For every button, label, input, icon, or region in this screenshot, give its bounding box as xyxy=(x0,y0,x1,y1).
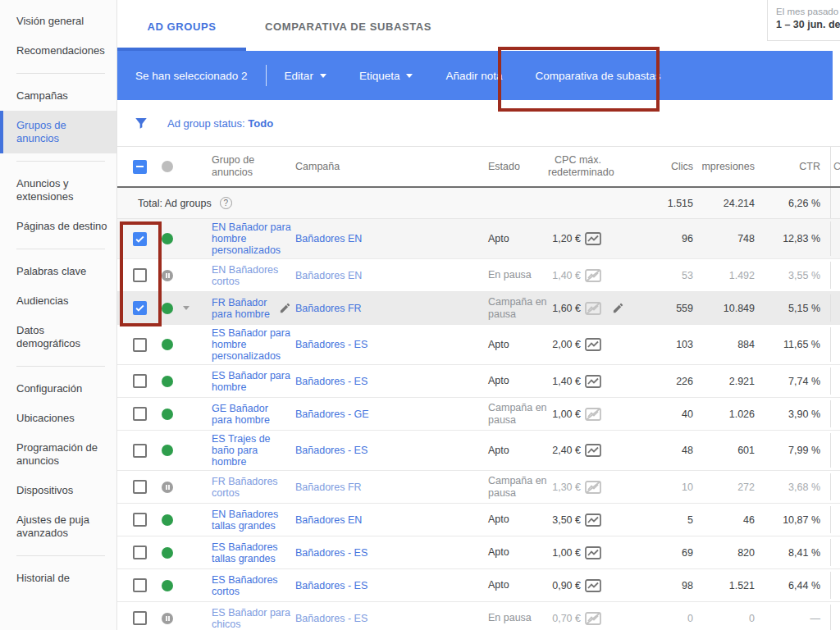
ad-group-link[interactable]: EN Bañadores tallas grandes xyxy=(212,509,291,532)
sidebar-item-configuraci-n[interactable]: Configuración xyxy=(0,374,116,404)
bid-simulator-disabled-icon[interactable] xyxy=(585,269,601,282)
sidebar-item-historial-de[interactable]: Historial de xyxy=(0,564,116,593)
column-header-grupo-de-anuncios[interactable]: Grupo de anuncios xyxy=(203,154,291,179)
sidebar-item-programaci-n-de-anuncios[interactable]: Programación de anuncios xyxy=(0,433,116,476)
edit-pencil-icon[interactable] xyxy=(279,302,291,314)
ad-group-status-filter[interactable]: Ad group status: Todo xyxy=(167,117,273,130)
column-header-estado[interactable]: Estado xyxy=(486,161,548,173)
ad-group-link[interactable]: ES Bañador para chicos xyxy=(212,607,291,630)
sidebar-divider xyxy=(16,249,105,249)
ad-group-link[interactable]: EN Bañador para hombre personalizados xyxy=(212,221,291,256)
bid-simulator-icon[interactable] xyxy=(585,514,601,527)
campaign-link[interactable]: Bañadores - ES xyxy=(291,613,486,624)
row-checkbox[interactable] xyxy=(133,611,147,625)
sidebar-item-p-ginas-de-destino[interactable]: Páginas de destino xyxy=(0,212,116,241)
ctr-value: 6,44 % xyxy=(755,580,830,591)
row-checkbox[interactable] xyxy=(133,232,147,246)
sidebar-divider xyxy=(16,555,105,556)
campaign-link[interactable]: Bañadores - ES xyxy=(291,445,486,456)
column-header-cpc-max[interactable]: CPC máx. redeterminado xyxy=(548,154,630,179)
sidebar-item-palabras-clave[interactable]: Palabras clave xyxy=(0,257,116,286)
filter-value: Todo xyxy=(248,117,273,130)
status-column-icon xyxy=(162,161,173,172)
campaign-link[interactable]: Bañadores - ES xyxy=(291,339,486,350)
impresiones-value: 2.921 xyxy=(693,376,755,387)
campaign-link[interactable]: Bañadores - ES xyxy=(291,547,486,559)
row-checkbox[interactable] xyxy=(133,374,147,388)
filter-funnel-icon[interactable] xyxy=(134,116,148,130)
sidebar-item-ajustes-de-puja-avanzados[interactable]: Ajustes de puja avanzados xyxy=(0,505,116,548)
tab-ad-groups[interactable]: AD GROUPS xyxy=(117,21,246,51)
ad-group-link[interactable]: ES Bañadores tallas grandes xyxy=(212,541,291,564)
ctr-value: 7,74 % xyxy=(755,376,830,387)
cpc-value: 1,00 € xyxy=(552,547,581,559)
google-ads-app: Visión generalRecomendacionesCampañasGru… xyxy=(0,0,840,630)
action-editar[interactable]: Editar xyxy=(285,70,326,82)
ad-group-link[interactable]: ES Bañadores cortos xyxy=(212,574,291,597)
action-comparativa-de-subastas[interactable]: Comparativa de subastas xyxy=(536,70,661,82)
sidebar-item-visi-n-general[interactable]: Visión general xyxy=(0,7,116,36)
campaign-link[interactable]: Bañadores - ES xyxy=(291,376,486,387)
bid-simulator-icon[interactable] xyxy=(585,546,601,559)
action-etiqueta[interactable]: Etiqueta xyxy=(359,70,413,82)
row-checkbox[interactable] xyxy=(133,301,147,315)
ad-group-link[interactable]: EN Bañadores cortos xyxy=(212,264,291,287)
impresiones-value: 46 xyxy=(693,514,755,526)
row-checkbox[interactable] xyxy=(133,578,147,592)
status-enabled-icon xyxy=(162,445,173,456)
bid-simulator-icon[interactable] xyxy=(585,338,601,351)
clics-value: 559 xyxy=(630,303,693,314)
bid-simulator-icon[interactable] xyxy=(585,444,601,457)
bid-simulator-icon[interactable] xyxy=(585,375,601,388)
sidebar-item-campa-as[interactable]: Campañas xyxy=(0,81,116,111)
ad-group-link[interactable]: ES Trajes de baño para hombre xyxy=(212,433,291,468)
date-range-selector[interactable]: El mes pasado 1 – 30 jun. de 2 xyxy=(767,0,840,41)
row-checkbox[interactable] xyxy=(133,513,147,527)
column-header-ctr[interactable]: CTR xyxy=(755,161,830,173)
column-header-campana[interactable]: Campaña xyxy=(291,161,486,173)
ad-group-link[interactable]: GE Bañador para hombre xyxy=(212,403,291,426)
campaign-link[interactable]: Bañadores EN xyxy=(291,514,486,526)
bid-simulator-disabled-icon[interactable] xyxy=(585,408,601,421)
chevron-down-icon xyxy=(406,74,413,78)
sidebar-item-grupos-de-anuncios[interactable]: Grupos de anuncios xyxy=(0,111,116,153)
sidebar-item-datos-demogr-ficos[interactable]: Datos demográficos xyxy=(0,316,116,358)
help-icon[interactable]: ? xyxy=(220,197,232,209)
chevron-down-icon[interactable] xyxy=(183,306,189,310)
bid-simulator-disabled-icon[interactable] xyxy=(585,481,601,494)
sidebar-item-audiencias[interactable]: Audiencias xyxy=(0,286,116,316)
bid-simulator-disabled-icon[interactable] xyxy=(585,612,601,625)
sidebar-item-recomendaciones[interactable]: Recomendaciones xyxy=(0,36,116,66)
ad-group-link[interactable]: FR Bañador para hombre xyxy=(212,297,274,320)
row-checkbox[interactable] xyxy=(133,338,147,352)
ad-group-link[interactable]: ES Bañador para hombre personalizados xyxy=(212,327,291,362)
sidebar-item-dispositivos[interactable]: Dispositivos xyxy=(0,476,116,505)
select-all-checkbox[interactable] xyxy=(133,160,147,174)
campaign-link[interactable]: Bañadores - GE xyxy=(291,409,486,420)
sidebar-item-anuncios-y-extensiones[interactable]: Anuncios y extensiones xyxy=(0,169,116,212)
action-a-adir-nota[interactable]: Añadir nota xyxy=(445,70,502,82)
ctr-value: 5,15 % xyxy=(755,303,830,314)
bid-simulator-disabled-icon[interactable] xyxy=(585,302,601,315)
campaign-link[interactable]: Bañadores FR xyxy=(291,482,486,493)
column-header-impresiones[interactable]: mpresiones xyxy=(693,161,755,173)
estado-value: En pausa xyxy=(486,269,548,281)
row-checkbox[interactable] xyxy=(133,407,147,421)
row-checkbox[interactable] xyxy=(133,268,147,282)
action-label: Añadir nota xyxy=(445,70,502,82)
campaign-link[interactable]: Bañadores EN xyxy=(291,270,486,281)
row-checkbox[interactable] xyxy=(133,546,147,559)
sidebar-item-ubicaciones[interactable]: Ubicaciones xyxy=(0,404,116,433)
campaign-link[interactable]: Bañadores - ES xyxy=(291,580,486,591)
campaign-link[interactable]: Bañadores EN xyxy=(291,233,486,244)
row-checkbox[interactable] xyxy=(133,444,147,458)
row-checkbox[interactable] xyxy=(133,480,147,494)
bid-simulator-icon[interactable] xyxy=(585,232,601,245)
edit-cpc-pencil-icon[interactable] xyxy=(612,302,624,314)
column-header-clics[interactable]: Clics xyxy=(630,161,693,173)
ad-group-link[interactable]: ES Bañador para hombre xyxy=(212,370,291,393)
ad-group-link[interactable]: FR Bañadores cortos xyxy=(212,476,291,499)
campaign-link[interactable]: Bañadores FR xyxy=(291,303,486,314)
tab-comparativa-de-subastas[interactable]: COMPARATIVA DE SUBASTAS xyxy=(265,21,431,51)
bid-simulator-icon[interactable] xyxy=(585,579,601,592)
